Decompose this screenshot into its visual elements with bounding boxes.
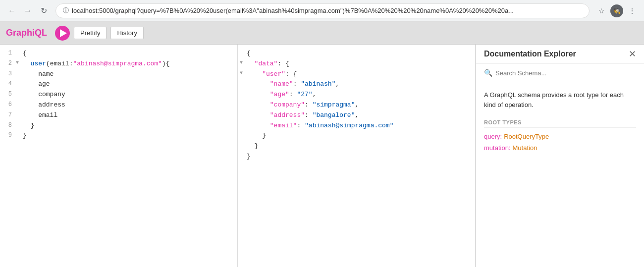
doc-description: A GraphQL schema provides a root type fo… — [484, 90, 636, 109]
editor-line-1: 1 { — [0, 49, 237, 59]
result-line-1: { — [238, 49, 475, 59]
forward-button[interactable]: → — [21, 4, 35, 18]
result-line-6: "company": "simpragma", — [238, 100, 475, 110]
doc-header: Documentation Explorer ✕ — [476, 45, 644, 64]
line-num: 8 — [2, 121, 16, 130]
line-num: 7 — [2, 110, 16, 120]
line-num: 5 — [2, 90, 16, 99]
editor-line-8: 8 } — [0, 121, 237, 131]
code-content: { — [23, 49, 27, 59]
doc-body: A GraphQL schema provides a root type fo… — [476, 82, 644, 267]
editor-line-9: 9 } — [0, 131, 237, 141]
code-content: } — [23, 131, 27, 141]
code-content: "user": { — [247, 69, 297, 80]
code-content: company — [23, 90, 65, 100]
run-icon — [60, 29, 67, 37]
incognito-badge: 🕵 — [610, 4, 623, 17]
code-content: } — [247, 152, 251, 162]
mutation-label: mutation: — [484, 144, 510, 152]
code-content: "email": "abinash@simpragma.com" — [247, 121, 393, 131]
code-content: "data": { — [247, 59, 289, 69]
editor-line-4: 4 age — [0, 79, 237, 90]
line-num: 4 — [2, 79, 16, 89]
code-content: email — [23, 110, 57, 121]
fold-arrow[interactable]: ▼ — [240, 59, 247, 67]
code-content: { — [247, 49, 251, 59]
documentation-explorer: Documentation Explorer ✕ 🔍 A GraphQL sch… — [476, 45, 644, 267]
toolbar: GraphiQL Prettify History — [0, 22, 644, 45]
history-button[interactable]: History — [110, 27, 143, 39]
search-input[interactable] — [495, 69, 636, 77]
fold-arrow[interactable]: ▼ — [16, 59, 23, 67]
code-content: name — [23, 69, 54, 80]
line-num: 2 — [2, 59, 16, 68]
root-types-section: ROOT TYPES — [484, 119, 636, 128]
app-title: GraphiQL — [6, 28, 47, 38]
code-content: user(email:"abinash@simpragma.com"){ — [23, 59, 169, 69]
editor-line-2: 2 ▼ user(email:"abinash@simpragma.com"){ — [0, 59, 237, 69]
result-line-3: ▼ "user": { — [238, 69, 475, 80]
fold-arrow[interactable]: ▼ — [240, 69, 247, 77]
result-line-4: "name": "abinash", — [238, 79, 475, 90]
line-num: 9 — [2, 131, 16, 140]
result-pane[interactable]: { ▼ "data": { ▼ "user": { "name": "abina… — [238, 45, 476, 267]
code-content: "age": "27", — [247, 90, 316, 100]
back-button[interactable]: ← — [5, 4, 19, 18]
code-content: age — [23, 79, 50, 90]
mutation-type-link[interactable]: Mutation — [512, 144, 537, 152]
editor-line-3: 3 name — [0, 69, 237, 80]
main-content: 1 { 2 ▼ user(email:"abinash@simpragma.co… — [0, 45, 644, 267]
address-bar[interactable]: ⓘ localhost:5000/graphql?query=%7B%0A%20… — [55, 3, 590, 18]
mutation-type-row: mutation: Mutation — [484, 144, 636, 152]
lock-icon: ⓘ — [63, 6, 69, 15]
result-line-11: } — [238, 152, 475, 162]
query-type-row: query: RootQueryType — [484, 133, 636, 140]
query-type-link[interactable]: RootQueryType — [504, 133, 549, 140]
editor-line-6: 6 address — [0, 100, 237, 110]
graphiql-app: GraphiQL Prettify History 1 { 2 ▼ user(e… — [0, 22, 644, 267]
result-line-10: } — [238, 141, 475, 152]
code-content: } — [247, 141, 258, 152]
code-content: "address": "bangalore", — [247, 110, 359, 121]
menu-button[interactable]: ⋮ — [625, 4, 639, 18]
code-content: "name": "abinash", — [247, 79, 339, 90]
reload-button[interactable]: ↻ — [37, 4, 51, 18]
editor-pane[interactable]: 1 { 2 ▼ user(email:"abinash@simpragma.co… — [0, 45, 238, 267]
line-num: 3 — [2, 69, 16, 79]
prettify-button[interactable]: Prettify — [74, 27, 107, 39]
url-text: localhost:5000/graphql?query=%7B%0A%20%2… — [72, 7, 582, 14]
code-content: address — [23, 100, 65, 110]
doc-title: Documentation Explorer — [484, 50, 576, 58]
doc-search[interactable]: 🔍 — [476, 64, 644, 82]
code-content: } — [23, 121, 34, 131]
result-line-8: "email": "abinash@simpragma.com" — [238, 121, 475, 131]
line-num: 6 — [2, 100, 16, 109]
result-line-5: "age": "27", — [238, 90, 475, 100]
result-line-7: "address": "bangalore", — [238, 110, 475, 121]
editor-line-5: 5 company — [0, 90, 237, 100]
result-line-9: } — [238, 131, 475, 141]
search-icon: 🔍 — [484, 69, 492, 77]
code-content: "company": "simpragma", — [247, 100, 359, 110]
result-line-2: ▼ "data": { — [238, 59, 475, 69]
run-button[interactable] — [55, 26, 70, 41]
doc-close-button[interactable]: ✕ — [629, 50, 636, 58]
line-num: 1 — [2, 49, 16, 58]
editor-line-7: 7 email — [0, 110, 237, 121]
bookmark-button[interactable]: ☆ — [594, 4, 608, 18]
code-content: } — [247, 131, 266, 141]
query-label: query: — [484, 133, 502, 140]
